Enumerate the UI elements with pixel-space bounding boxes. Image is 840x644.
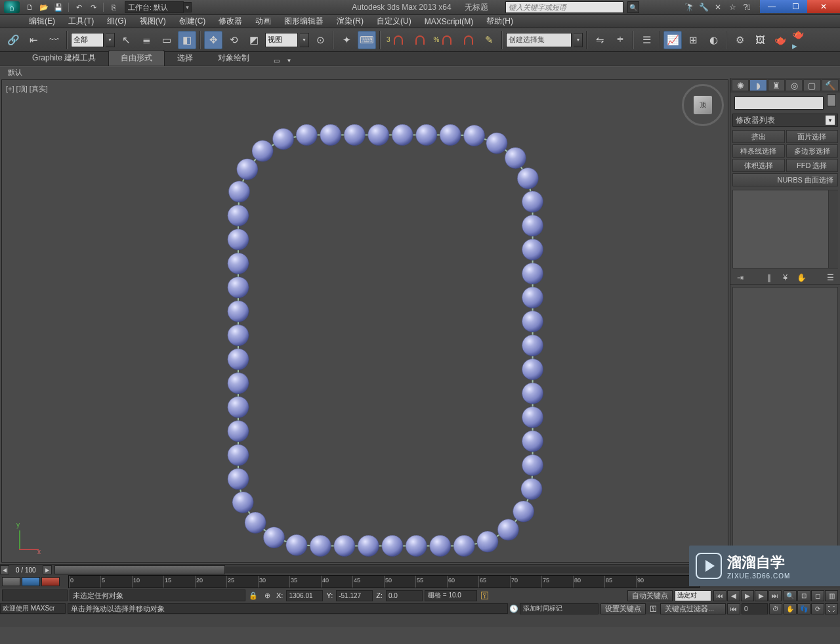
prev-key-icon[interactable]: ◀ (727, 590, 740, 601)
make-unique-icon[interactable]: ¥ (778, 272, 793, 284)
rotate-icon[interactable]: ⟲ (224, 31, 243, 49)
menu-help[interactable]: 帮助(H) (480, 15, 520, 28)
tab-motion-icon[interactable]: ◎ (786, 79, 803, 91)
save-icon[interactable]: 💾 (52, 2, 64, 12)
select-object-icon[interactable]: ↖ (117, 31, 135, 49)
time-tag-icon[interactable]: 🕓 (508, 603, 520, 614)
pivot-icon[interactable]: ⊙ (311, 31, 329, 49)
tab-display-icon[interactable]: ▢ (803, 79, 820, 91)
modifier-face-select-button[interactable]: 面片选择 (786, 130, 839, 143)
align-icon[interactable]: ⫩ (611, 31, 629, 49)
help-icon[interactable]: ?⃝ (740, 1, 753, 13)
walk-icon[interactable]: 👣 (797, 603, 810, 614)
curve-editor-icon[interactable]: 📈 (663, 31, 682, 49)
ref-coord-system[interactable]: 视图 (265, 33, 298, 47)
select-rect-icon[interactable]: ▭ (158, 31, 176, 49)
menu-render[interactable]: 渲染(R) (330, 15, 370, 28)
undo-icon[interactable]: ↶ (73, 2, 85, 12)
exchange-icon[interactable]: ✕ (711, 1, 724, 13)
viewport-label[interactable]: [+] [顶] [真实] (6, 84, 48, 94)
move-icon[interactable]: ✥ (204, 31, 222, 49)
current-frame-field[interactable]: 0 (742, 603, 768, 614)
x-coord-field[interactable]: 1306.01 (286, 590, 323, 601)
bind-spacew-icon[interactable]: 〰 (45, 31, 63, 49)
tab-utilities-icon[interactable]: 🔨 (822, 79, 839, 91)
manipulate-icon[interactable]: ✦ (337, 31, 356, 49)
app-icon[interactable]: ⌂ (4, 1, 20, 13)
menu-modifiers[interactable]: 修改器 (212, 15, 249, 28)
lock-selection-icon[interactable]: 🔒 (247, 590, 259, 601)
show-end-result-icon[interactable]: ‖ (762, 272, 776, 284)
pin-stack-icon[interactable]: ⇥ (733, 272, 747, 284)
status-script-listener[interactable] (2, 590, 68, 601)
modifier-stack[interactable] (732, 190, 838, 268)
time-slider-thumb[interactable] (54, 565, 225, 574)
star-icon[interactable]: ☆ (726, 1, 739, 13)
fov-icon[interactable]: ▥ (825, 590, 838, 601)
tab-object-paint[interactable]: 对象绘制 (205, 50, 262, 66)
modifier-nurbs-select-button[interactable]: NURBS 曲面选择 (732, 173, 838, 186)
scale-icon[interactable]: ◩ (245, 31, 263, 49)
select-window-icon[interactable]: ◧ (178, 31, 196, 49)
rendered-frame-icon[interactable]: 🖼 (751, 31, 769, 49)
zoom-icon[interactable]: 🔍 (784, 590, 797, 601)
key-target-selector[interactable]: 选定对 (675, 590, 711, 601)
add-time-tag[interactable]: 添加时间标记 (520, 603, 598, 614)
layer-manager-icon[interactable]: ☰ (637, 31, 656, 49)
viewport-top[interactable]: [+] [顶] [真实] 顶 y x (1, 79, 728, 563)
workspace-dropdown-icon[interactable]: ▼ (184, 2, 192, 12)
modifier-extrude-button[interactable]: 挤出 (732, 130, 785, 143)
key-prev-icon[interactable]: ⏮ (727, 603, 740, 614)
ribbon-panel-default[interactable]: 默认 (8, 68, 22, 77)
menu-graph-editors[interactable]: 图形编辑器 (278, 15, 330, 28)
viewcube[interactable]: 顶 (682, 84, 724, 126)
menu-tools[interactable]: 工具(T) (62, 15, 100, 28)
remove-modifier-icon[interactable]: ✋ (795, 272, 809, 284)
schematic-view-icon[interactable]: ⊞ (684, 31, 702, 49)
redo-icon[interactable]: ↷ (87, 2, 99, 12)
tab-select[interactable]: 选择 (165, 50, 205, 66)
menu-customize[interactable]: 自定义(U) (370, 15, 418, 28)
menu-animation[interactable]: 动画 (249, 15, 278, 28)
zoom-ext-icon[interactable]: ◻ (811, 590, 824, 601)
maximize-button[interactable]: ☐ (784, 0, 807, 13)
modifier-ffd-select-button[interactable]: FFD 选择 (786, 159, 839, 172)
menu-maxscript[interactable]: MAXScript(M) (418, 15, 480, 28)
dropdown-icon[interactable]: ▼ (106, 33, 115, 47)
link-icon[interactable]: 🔗 (4, 31, 22, 49)
menu-edit[interactable]: 编辑(E) (22, 15, 62, 28)
y-coord-field[interactable]: -51.127 (336, 590, 373, 601)
key-filters-button[interactable]: 关键点过滤器... (660, 603, 726, 614)
next-key-icon[interactable]: ▶ (755, 590, 768, 601)
rollout-area[interactable] (732, 287, 838, 562)
ribbon-menu-icon[interactable]: ▼ (284, 55, 293, 66)
modifier-list[interactable]: 修改器列表 ▼ (732, 114, 838, 127)
edit-named-sel-icon[interactable]: ✎ (480, 31, 498, 49)
close-button[interactable]: ✕ (807, 0, 840, 13)
named-selection-sets[interactable]: 创建选择集 (506, 33, 572, 47)
spinner-snap-icon[interactable] (459, 31, 478, 49)
workspace-selector[interactable]: 工作台: 默认 (125, 1, 184, 13)
key-set-icon[interactable]: ⚿ (647, 603, 659, 614)
goto-start-icon[interactable]: ⏮ (713, 590, 726, 601)
modifier-spline-select-button[interactable]: 样条线选择 (732, 144, 785, 158)
object-color-swatch[interactable] (827, 95, 836, 106)
time-config-icon[interactable]: ⏱ (769, 603, 782, 614)
viewport-canvas[interactable] (2, 80, 728, 587)
maximize-vp-icon[interactable]: ⛶ (825, 603, 838, 614)
percent-snap-icon[interactable]: % (431, 31, 458, 49)
zoom-all-icon[interactable]: ⊡ (797, 590, 810, 601)
new-icon[interactable]: 🗋 (24, 2, 35, 12)
keyboard-shortcut-icon[interactable]: ⌨ (358, 31, 376, 49)
menu-views[interactable]: 视图(V) (133, 15, 173, 28)
mini-listener[interactable]: 欢迎使用 MAXScr (0, 603, 66, 614)
binoculars-icon[interactable]: 🔭 (682, 1, 696, 13)
pan-icon[interactable]: ✋ (784, 603, 797, 614)
tab-hierarchy-icon[interactable]: ♜ (768, 79, 785, 91)
infocenter-search[interactable]: 键入关键字或短语 (505, 1, 623, 13)
tab-modify-icon[interactable]: ◗ (749, 79, 766, 91)
goto-end-icon[interactable]: ⏭ (768, 590, 782, 601)
link-icon[interactable]: ⎘ (108, 2, 119, 12)
selection-filter[interactable]: 全部 (71, 33, 104, 47)
orbit-icon[interactable]: ⟳ (811, 603, 824, 614)
